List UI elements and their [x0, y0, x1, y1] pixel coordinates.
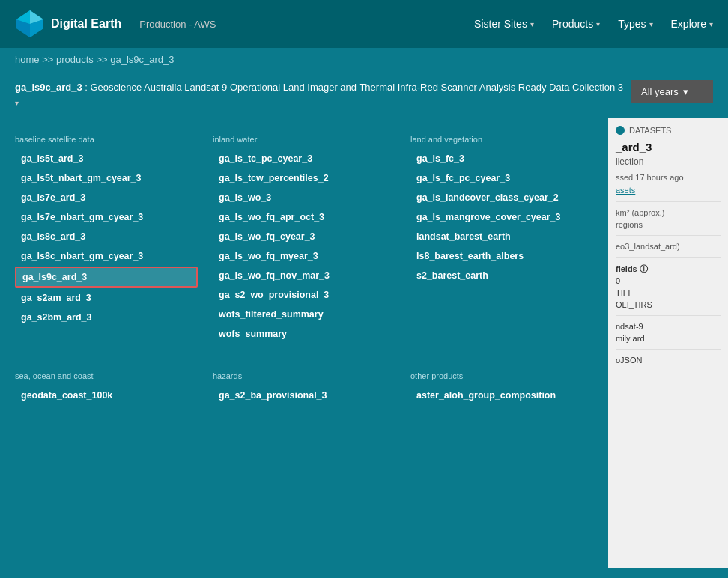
datasets-label: DATASETS: [629, 126, 671, 135]
breadcrumb-home[interactable]: home: [15, 54, 40, 65]
list-item[interactable]: wofs_summary: [213, 325, 395, 343]
products-panel: baseline satellite data ga_ls5t_ard_3 ga…: [0, 118, 608, 568]
list-item[interactable]: ga_ls_tc_pc_cyear_3: [213, 150, 395, 168]
list-item[interactable]: aster_aloh_group_composition: [410, 386, 593, 404]
col-header-other: other products: [410, 371, 593, 380]
list-item-active[interactable]: ga_ls9c_ard_3: [15, 267, 198, 288]
all-years-button[interactable]: All years ▾: [631, 80, 713, 103]
col-header-sea: sea, ocean and coast: [15, 371, 198, 380]
col-header-hazards: hazards: [213, 371, 395, 380]
nav-products[interactable]: Products ▾: [552, 18, 600, 30]
radio-datasets[interactable]: [616, 126, 625, 135]
col-header-baseline: baseline satellite data: [15, 135, 198, 144]
chevron-down-icon: ▾: [683, 86, 688, 97]
chevron-down-icon: ▾: [530, 20, 534, 28]
breadcrumb: home >> products >> ga_ls9c_ard_3: [0, 48, 728, 71]
sidebar-format: oJSON: [616, 356, 721, 365]
sidebar-field2: TIFF: [616, 288, 721, 297]
nav-types[interactable]: Types ▾: [618, 18, 652, 30]
sidebar-divider2: [616, 235, 721, 236]
navbar-brand[interactable]: Digital Earth: [15, 9, 121, 39]
list-item[interactable]: ga_ls_wo_fq_myear_3: [213, 247, 395, 265]
nav-explore[interactable]: Explore ▾: [671, 18, 713, 30]
column-other: other products aster_aloh_group_composit…: [410, 362, 593, 406]
col-header-land-vegetation: land and vegetation: [410, 135, 593, 144]
sidebar-divider5: [616, 349, 721, 350]
sidebar-field1: 0: [616, 276, 721, 285]
chevron-down-icon: ▾: [709, 20, 713, 28]
list-item[interactable]: landsat_barest_earth: [410, 228, 593, 246]
product-columns-row2: sea, ocean and coast geodata_coast_100k …: [15, 362, 593, 406]
list-item[interactable]: ga_ls_tcw_percentiles_2: [213, 169, 395, 187]
sidebar-title: _ard_3: [616, 141, 721, 153]
logo-icon: [15, 9, 45, 39]
list-item[interactable]: ga_ls7e_ard_3: [15, 189, 198, 207]
sidebar-eo3: eo3_landsat_ard): [616, 242, 721, 251]
list-item[interactable]: ga_ls7e_nbart_gm_cyear_3: [15, 208, 198, 226]
sidebar-divider: [616, 201, 721, 202]
sidebar-regions: regions: [616, 220, 721, 229]
list-item[interactable]: s2_barest_earth: [410, 267, 593, 285]
sidebar-field3: OLI_TIRS: [616, 300, 721, 309]
list-item[interactable]: ga_ls8c_nbart_gm_cyear_3: [15, 247, 198, 265]
list-item[interactable]: ga_ls8c_ard_3: [15, 228, 198, 246]
column-baseline: baseline satellite data ga_ls5t_ard_3 ga…: [15, 126, 198, 344]
column-hazards: hazards ga_s2_ba_provisional_3: [213, 362, 395, 406]
column-land-vegetation: land and vegetation ga_ls_fc_3 ga_ls_fc_…: [410, 126, 593, 344]
list-item[interactable]: ga_s2_ba_provisional_3: [213, 386, 395, 404]
sidebar-platform: ndsat-9: [616, 322, 721, 331]
env-label: Production - AWS: [139, 19, 216, 30]
list-item[interactable]: ga_ls5t_nbart_gm_cyear_3: [15, 169, 198, 187]
navbar-links: Sister Sites ▾ Products ▾ Types ▾ Explor…: [474, 18, 713, 30]
sidebar-area: km² (approx.): [616, 208, 721, 217]
product-title-block: ga_ls9c_ard_3 : Geoscience Australia Lan…: [15, 80, 629, 109]
nav-sister-sites[interactable]: Sister Sites ▾: [474, 18, 534, 30]
list-item[interactable]: geodata_coast_100k: [15, 386, 198, 404]
product-header: ga_ls9c_ard_3 : Geoscience Australia Lan…: [0, 71, 728, 118]
sidebar-fields-label: fields ⓘ: [616, 264, 721, 275]
sidebar-datasets-row: DATASETS: [616, 126, 721, 135]
col-header-inland-water: inland water: [213, 135, 395, 144]
chevron-down-icon: ▾: [596, 20, 600, 28]
sidebar-divider4: [616, 315, 721, 316]
list-item[interactable]: ga_ls5t_ard_3: [15, 150, 198, 168]
list-item[interactable]: ls8_barest_earth_albers: [410, 247, 593, 265]
column-inland-water: inland water ga_ls_tc_pc_cyear_3 ga_ls_t…: [213, 126, 395, 344]
list-item[interactable]: ga_ls_wo_fq_apr_oct_3: [213, 208, 395, 226]
list-item[interactable]: ga_ls_landcover_class_cyear_2: [410, 189, 593, 207]
product-columns-row1: baseline satellite data ga_ls5t_ard_3 ga…: [15, 126, 593, 344]
list-item[interactable]: ga_ls_wo_fq_cyear_3: [213, 228, 395, 246]
list-item[interactable]: ga_ls_fc_pc_cyear_3: [410, 169, 593, 187]
product-description: Geoscience Australia Landsat 9 Operation…: [90, 82, 623, 93]
sidebar-accessed: ssed 17 hours ago: [616, 173, 721, 182]
list-item[interactable]: ga_ls_wo_fq_nov_mar_3: [213, 267, 395, 285]
chevron-down-icon: ▾: [649, 20, 653, 28]
sidebar: DATASETS _ard_3 llection ssed 17 hours a…: [608, 118, 728, 568]
main-content: baseline satellite data ga_ls5t_ard_3 ga…: [0, 118, 728, 568]
list-item[interactable]: ga_ls_wo_3: [213, 189, 395, 207]
product-id: ga_ls9c_ard_3: [15, 82, 82, 93]
sidebar-family: mily ard: [616, 334, 721, 343]
breadcrumb-products[interactable]: products: [56, 54, 94, 65]
sidebar-subtitle: llection: [616, 156, 721, 167]
product-caret-icon: ▾: [15, 99, 19, 107]
column-sea-ocean: sea, ocean and coast geodata_coast_100k: [15, 362, 198, 406]
sidebar-divider3: [616, 257, 721, 258]
list-item[interactable]: ga_s2_wo_provisional_3: [213, 286, 395, 304]
breadcrumb-current: ga_ls9c_ard_3: [110, 54, 174, 65]
navbar: Digital Earth Production - AWS Sister Si…: [0, 0, 728, 48]
list-item[interactable]: wofs_filtered_summary: [213, 305, 395, 323]
list-item[interactable]: ga_ls_mangrove_cover_cyear_3: [410, 208, 593, 226]
list-item[interactable]: ga_s2bm_ard_3: [15, 308, 198, 326]
list-item[interactable]: ga_s2am_ard_3: [15, 289, 198, 307]
sidebar-datasets-link[interactable]: asets: [616, 186, 635, 195]
list-item[interactable]: ga_ls_fc_3: [410, 150, 593, 168]
info-icon: ⓘ: [640, 264, 648, 273]
brand-text: Digital Earth: [51, 17, 121, 31]
